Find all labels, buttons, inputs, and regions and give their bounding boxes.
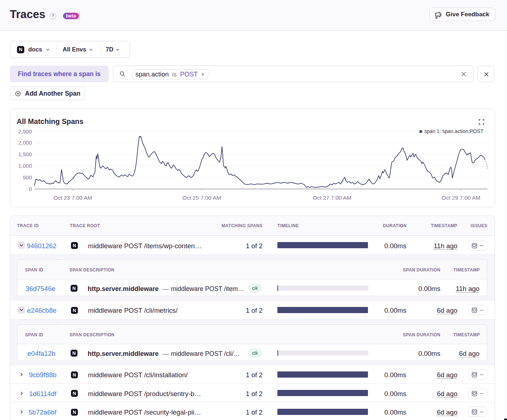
- svg-text:2,000: 2,000: [18, 140, 32, 146]
- svg-text:Oct 23 7:00 AM: Oct 23 7:00 AM: [54, 195, 92, 201]
- svg-text:Oct 27 7:00 AM: Oct 27 7:00 AM: [313, 195, 352, 201]
- svg-text:Oct 29 7:00 AM: Oct 29 7:00 AM: [442, 195, 481, 201]
- svg-text:0: 0: [29, 186, 32, 192]
- svg-text:1,000: 1,000: [18, 163, 32, 169]
- svg-text:1,500: 1,500: [18, 151, 32, 157]
- svg-text:500: 500: [23, 174, 32, 180]
- svg-text:2,500: 2,500: [18, 128, 32, 134]
- svg-text:Oct 25 7:00 AM: Oct 25 7:00 AM: [183, 195, 221, 201]
